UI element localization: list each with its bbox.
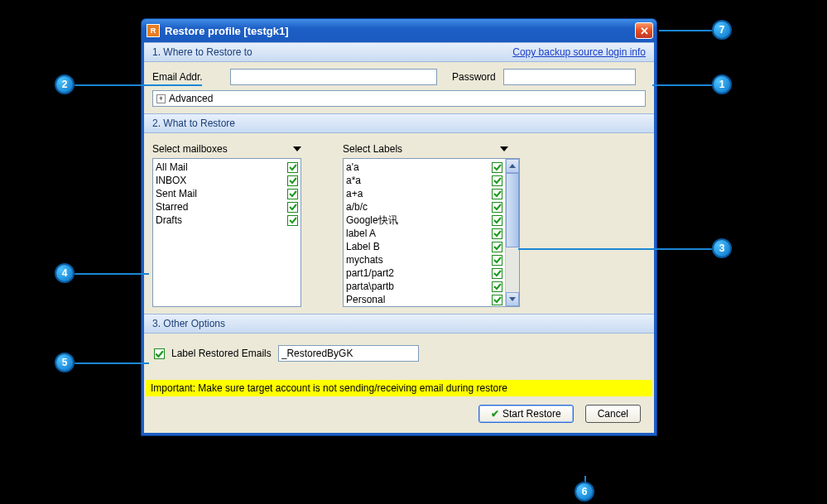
- scroll-track[interactable]: [506, 173, 519, 292]
- list-item[interactable]: Google快讯: [346, 214, 502, 227]
- list-item[interactable]: mychats: [346, 253, 502, 266]
- list-item[interactable]: Drafts: [156, 214, 298, 227]
- mailboxes-column: Select mailboxes All MailINBOXSent MailS…: [152, 143, 301, 307]
- list-item-label: Drafts: [156, 214, 182, 226]
- cancel-label: Cancel: [598, 408, 628, 420]
- checkbox-icon[interactable]: [492, 281, 502, 292]
- list-item-label: All Mail: [156, 161, 188, 173]
- section3-title: 3. Other Options: [152, 318, 225, 329]
- list-item-label: parta\partb: [346, 281, 394, 292]
- checkbox-icon[interactable]: [492, 189, 502, 199]
- checkbox-icon[interactable]: [492, 175, 502, 186]
- labels-listbox[interactable]: a'aa*aa+aa/b/cGoogle快讯label ALabel Bmych…: [343, 158, 520, 307]
- list-item[interactable]: a*a: [346, 174, 502, 187]
- list-item-label: a/b/c: [346, 201, 368, 213]
- list-item[interactable]: Personal: [346, 293, 502, 306]
- section2-header: 2. What to Restore: [144, 113, 654, 133]
- window-title: Restore profile [testgk1]: [165, 25, 635, 37]
- checkbox-icon[interactable]: [492, 255, 502, 266]
- callout-3: 3: [712, 238, 732, 258]
- app-icon: R: [147, 24, 160, 37]
- close-button[interactable]: ✕: [635, 22, 653, 39]
- copy-backup-link[interactable]: Copy backup source login info: [512, 46, 646, 58]
- leader-line: [75, 84, 202, 86]
- checkbox-icon[interactable]: [287, 189, 298, 199]
- leader-line: [75, 273, 149, 275]
- labels-dropdown-icon[interactable]: [500, 146, 508, 151]
- list-item[interactable]: a'a: [346, 161, 502, 174]
- callout-6: 6: [575, 482, 594, 502]
- checkbox-icon[interactable]: [287, 162, 298, 173]
- start-restore-button[interactable]: ✔ Start Restore: [478, 405, 574, 423]
- list-item[interactable]: Sent Mail: [156, 187, 298, 200]
- list-item-label: part1/part2: [346, 267, 394, 279]
- close-icon: ✕: [640, 25, 649, 37]
- list-item[interactable]: All Mail: [156, 161, 298, 174]
- client-area: 1. Where to Restore to Copy backup sourc…: [142, 42, 656, 435]
- list-item-label: a+a: [346, 188, 363, 199]
- checkbox-icon[interactable]: [492, 215, 502, 226]
- cancel-button[interactable]: Cancel: [585, 405, 641, 423]
- list-item[interactable]: a+a: [346, 187, 502, 200]
- list-item[interactable]: a/b/c: [346, 200, 502, 214]
- checkbox-icon[interactable]: [492, 202, 502, 213]
- list-item-label: Google快讯: [346, 214, 398, 228]
- password-field[interactable]: [503, 69, 636, 85]
- scroll-thumb[interactable]: [506, 173, 519, 247]
- label-restored-checkbox[interactable]: [154, 348, 165, 359]
- warning-banner: Important: Make sure target account is n…: [146, 380, 652, 396]
- checkbox-icon[interactable]: [492, 162, 502, 173]
- list-item[interactable]: Label B: [346, 240, 502, 253]
- advanced-label: Advanced: [169, 93, 213, 104]
- section2-title: 2. What to Restore: [152, 118, 235, 129]
- dialog-buttons: ✔ Start Restore Cancel: [144, 396, 654, 433]
- section3-header: 3. Other Options: [144, 314, 654, 334]
- list-item[interactable]: part1/part2: [346, 266, 502, 280]
- leader-line: [518, 248, 715, 250]
- checkbox-icon[interactable]: [492, 268, 502, 279]
- list-item[interactable]: label A: [346, 227, 502, 240]
- email-field[interactable]: [230, 69, 437, 85]
- titlebar[interactable]: R Restore profile [testgk1] ✕: [142, 19, 656, 42]
- list-item-label: Label B: [346, 241, 380, 252]
- label-restored-label: Label Restored Emails: [171, 348, 272, 359]
- list-item[interactable]: INBOX: [156, 174, 298, 187]
- labels-column: Select Labels a'aa*aa+aa/b/cGoogle快讯labe…: [343, 143, 520, 307]
- restore-dialog: R Restore profile [testgk1] ✕ 1. Where t…: [141, 18, 657, 436]
- callout-7: 7: [712, 20, 732, 40]
- start-restore-label: Start Restore: [502, 408, 561, 420]
- scroll-down-button[interactable]: [506, 292, 519, 306]
- list-item[interactable]: parta\partb: [346, 280, 502, 293]
- section1-header: 1. Where to Restore to Copy backup sourc…: [144, 42, 654, 62]
- list-item-label: label A: [346, 228, 376, 239]
- callout-5: 5: [55, 353, 75, 372]
- mailboxes-listbox[interactable]: All MailINBOXSent MailStarredDrafts: [152, 158, 301, 307]
- callout-4: 4: [55, 263, 75, 283]
- labels-scrollbar[interactable]: [505, 159, 519, 306]
- mailboxes-dropdown-icon[interactable]: [293, 146, 301, 151]
- labels-header-label: Select Labels: [343, 143, 402, 155]
- checkbox-icon[interactable]: [492, 295, 502, 305]
- section2-body: Select mailboxes All MailINBOXSent MailS…: [144, 133, 654, 314]
- advanced-toggle[interactable]: + Advanced: [152, 90, 646, 107]
- list-item[interactable]: Starred: [156, 200, 298, 214]
- chevron-up-icon: [509, 164, 516, 168]
- list-item-label: Personal: [346, 294, 385, 305]
- chevron-down-icon: [509, 297, 516, 301]
- checkbox-icon[interactable]: [287, 202, 298, 213]
- callout-2: 2: [55, 74, 75, 94]
- email-label: Email Addr.: [152, 71, 225, 83]
- password-label: Password: [452, 71, 498, 83]
- checkbox-icon[interactable]: [492, 228, 502, 239]
- label-restored-field[interactable]: [278, 345, 419, 362]
- section1-body: Email Addr. Password + Advanced: [144, 62, 654, 113]
- section3-body: Label Restored Emails: [144, 334, 654, 380]
- checkbox-icon[interactable]: [287, 175, 298, 186]
- scroll-up-button[interactable]: [506, 159, 519, 173]
- check-icon: ✔: [491, 408, 499, 420]
- list-item-label: mychats: [346, 254, 383, 266]
- checkbox-icon[interactable]: [492, 242, 502, 252]
- mailboxes-header-label: Select mailboxes: [152, 143, 228, 155]
- list-item-label: a*a: [346, 175, 361, 186]
- checkbox-icon[interactable]: [287, 215, 298, 226]
